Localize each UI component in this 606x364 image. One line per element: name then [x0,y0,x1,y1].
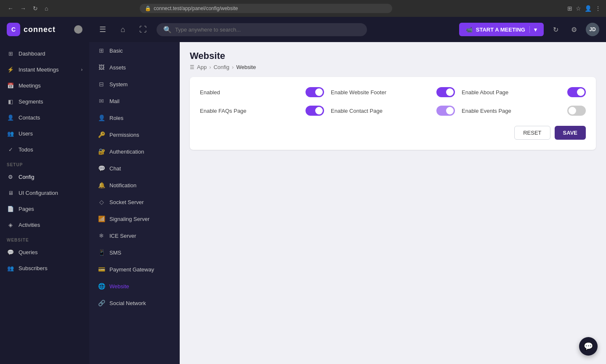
config-item-sms[interactable]: 📱 SMS [89,244,180,261]
authentication-icon: 🔐 [98,148,105,155]
header-right: 📹 START A MEETING ▾ ↻ ⚙ JD [459,23,599,36]
config-item-website[interactable]: 🌐 Website [89,278,180,295]
app-layout: C connect ⊞ Dashboard ⚡ Instant Meetings… [0,17,606,364]
config-label-notification: Notification [109,182,136,189]
sidebar-item-subscribers[interactable]: 👥 Subscribers [0,260,89,276]
config-item-system[interactable]: ⊟ System [89,76,180,93]
setup-section-label: SETUP [0,157,89,169]
breadcrumb-menu-icon[interactable]: ☰ [190,64,194,70]
sidebar-item-queries[interactable]: 💬 Queries [0,244,89,260]
sidebar-item-ui-configuration[interactable]: 🖥 UI Configuration [0,185,89,201]
toggle-switch-enabled[interactable] [306,87,324,97]
config-item-signaling-server[interactable]: 📶 Signaling Server [89,210,180,227]
toggle-switch-about-page[interactable] [567,87,586,97]
settings-icon-button[interactable]: ⚙ [567,23,581,36]
reset-button[interactable]: RESET [514,126,550,140]
config-label-socket-server: Socket Server [109,199,144,205]
website-section-label: WEBSITE [0,233,89,244]
config-item-chat[interactable]: 💬 Chat [89,160,180,177]
toggle-enabled: Enabled [200,87,324,97]
toggle-switch-contact-page[interactable] [436,106,455,116]
toggle-switch-faqs-page[interactable] [306,106,324,116]
config-item-socket-server[interactable]: ◇ Socket Server [89,194,180,210]
signaling-icon: 📶 [98,215,105,223]
toggle-switch-events-page[interactable] [567,106,586,116]
lock-icon: 🔒 [145,5,151,11]
avatar[interactable]: JD [586,23,599,36]
toggle-about-page: Enable About Page [462,87,586,97]
search-bar[interactable]: 🔍 [157,23,367,36]
queries-icon: 💬 [7,248,14,256]
config-item-assets[interactable]: 🖼 Assets [89,59,180,76]
sidebar-item-dashboard[interactable]: ⊞ Dashboard [0,45,89,61]
config-label-payment-gateway: Payment Gateway [109,266,154,273]
config-item-roles[interactable]: 👤 Roles [89,109,180,126]
sidebar-item-users[interactable]: 👥 Users [0,125,89,141]
address-bar[interactable]: 🔒 connect.test/app/panel/config/website [140,4,392,13]
menu-button[interactable]: ☰ [96,23,109,36]
content: ⊞ Basic 🖼 Assets ⊟ System ✉ Mail 👤 R [89,42,606,364]
start-meeting-button[interactable]: 📹 START A MEETING ▾ [459,23,544,36]
website-icon: 🌐 [98,282,105,290]
sidebar-label-queries: Queries [19,249,38,255]
ui-icon: 🖥 [7,189,14,197]
back-button[interactable]: ← [5,3,16,13]
config-item-mail[interactable]: ✉ Mail [89,93,180,109]
toggle-label-faqs-page: Enable FAQs Page [200,108,247,114]
toggle-contact-page: Enable Contact Page [331,106,455,116]
video-icon: 📹 [466,27,473,33]
breadcrumb-app[interactable]: App [197,64,207,70]
config-label-mail: Mail [109,98,120,104]
sidebar-item-meetings[interactable]: 📅 Meetings [0,77,89,93]
profile-icon[interactable]: 👤 [585,5,592,12]
expand-button[interactable]: ⛶ [136,23,150,36]
ice-icon: ❄ [98,232,105,239]
config-icon: ⚙ [7,173,14,181]
breadcrumb-config[interactable]: Config [213,64,229,70]
toggle-label-events-page: Enable Events Page [462,108,511,114]
config-item-notification[interactable]: 🔔 Notification [89,177,180,194]
sidebar-item-config[interactable]: ⚙ Config [0,169,89,185]
config-item-payment-gateway[interactable]: 💳 Payment Gateway [89,261,180,278]
toggle-slider-events-page [567,106,586,116]
home-button[interactable]: ⌂ [116,23,130,36]
sidebar-label-users: Users [19,130,33,137]
sidebar-item-todos[interactable]: ✓ Todos [0,141,89,157]
sidebar-item-activities[interactable]: ◈ Activities [0,217,89,233]
forward-button[interactable]: → [18,3,29,13]
breadcrumb-sep-1: › [209,64,211,70]
config-item-basic[interactable]: ⊞ Basic [89,42,180,59]
page-header: Website ☰ App › Config › Website [190,50,596,70]
extensions-icon[interactable]: ⊞ [567,5,572,12]
more-icon[interactable]: ⋮ [595,5,601,12]
config-sidebar: ⊞ Basic 🖼 Assets ⊟ System ✉ Mail 👤 R [89,42,180,364]
sidebar-item-instant-meetings[interactable]: ⚡ Instant Meetings › [0,61,89,77]
card-footer: RESET SAVE [200,126,586,140]
sidebar-label-contacts: Contacts [19,114,40,121]
chat-bubble-button[interactable]: 💬 [579,337,598,356]
toggle-switch-website-footer[interactable] [436,87,455,97]
refresh-icon-button[interactable]: ↻ [549,23,562,36]
social-icon: 🔗 [98,299,105,307]
bookmark-icon[interactable]: ☆ [576,5,581,12]
toggle-slider-contact-page [436,106,455,116]
config-item-permissions[interactable]: 🔑 Permissions [89,126,180,143]
home-button[interactable]: ⌂ [42,3,50,13]
config-item-authentication[interactable]: 🔐 Authentication [89,143,180,160]
sidebar-label-meetings: Meetings [19,82,41,89]
basic-icon: ⊞ [98,47,105,54]
sidebar-label-pages: Pages [19,206,34,212]
payment-icon: 💳 [98,266,105,273]
reload-button[interactable]: ↻ [30,3,40,13]
search-input[interactable] [175,27,360,33]
sidebar-item-pages[interactable]: 📄 Pages [0,201,89,217]
config-item-social-network[interactable]: 🔗 Social Network [89,295,180,311]
sidebar-item-contacts[interactable]: 👤 Contacts [0,109,89,125]
logo-dot [74,25,82,34]
top-header: ☰ ⌂ ⛶ 🔍 📹 START A MEETING ▾ ↻ ⚙ JD [89,17,606,42]
save-button[interactable]: SAVE [555,126,586,140]
button-divider [529,26,530,33]
config-label-permissions: Permissions [109,132,139,138]
sidebar-item-segments[interactable]: ◧ Segments [0,93,89,109]
config-item-ice-server[interactable]: ❄ ICE Server [89,227,180,244]
